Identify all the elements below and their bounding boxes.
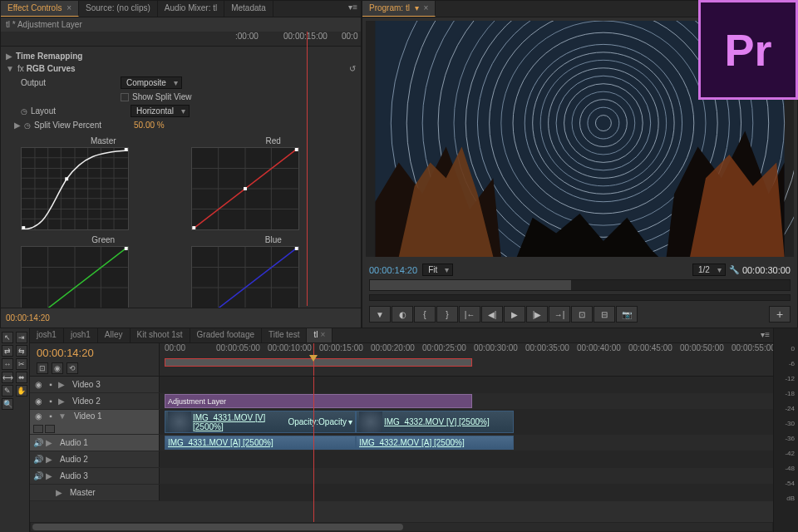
expand-icon[interactable]: ▶ xyxy=(14,121,21,130)
hand-tool[interactable]: ✋ xyxy=(16,385,27,397)
video-clip-2[interactable]: IMG_4332.MOV [V] [2500%] xyxy=(356,411,514,433)
expand-icon[interactable]: ▶ xyxy=(46,471,52,480)
ripple-edit-tool[interactable]: ⇄ xyxy=(2,345,13,357)
audio1-body[interactable]: IMG_4331.MOV [A] [2500%] IMG_4332.MOV [A… xyxy=(160,435,773,451)
timeline-playhead[interactable] xyxy=(313,343,314,376)
audio2-body[interactable] xyxy=(160,451,773,467)
zoom-tool[interactable]: 🔍 xyxy=(2,398,13,410)
lock-icon[interactable]: ▪ xyxy=(46,411,56,421)
rate-stretch-tool[interactable]: ↔ xyxy=(2,358,13,370)
expand-icon[interactable]: ▶ xyxy=(58,380,65,389)
zoom-thumb[interactable] xyxy=(32,524,403,530)
step-back-button[interactable]: ◀| xyxy=(481,306,503,323)
panel-menu-icon[interactable]: ▾≡ xyxy=(345,1,361,17)
program-scrubbar[interactable] xyxy=(369,279,791,291)
video3-head[interactable]: ◉▪ ▶ Video 3 xyxy=(30,377,160,392)
speaker-icon[interactable]: 🔊 xyxy=(33,471,43,480)
video2-body[interactable]: Adjustment Layer xyxy=(160,393,773,409)
param-value[interactable]: 50.00 % xyxy=(134,121,165,130)
expand-icon[interactable]: ▶ xyxy=(6,52,12,61)
rolling-edit-tool[interactable]: ⇆ xyxy=(16,345,27,357)
audio3-body[interactable] xyxy=(160,468,773,484)
expand-icon[interactable]: ▶ xyxy=(46,438,52,447)
effect-playhead[interactable] xyxy=(307,32,308,306)
goto-in-button[interactable]: |← xyxy=(459,306,480,323)
speaker-icon[interactable]: 🔊 xyxy=(33,455,43,464)
lift-button[interactable]: ⊡ xyxy=(571,306,593,323)
tab-audio-mixer[interactable]: Audio Mixer: tl xyxy=(158,1,224,17)
video1-head[interactable]: ◉▪ ▼ Video 1 xyxy=(30,410,160,434)
sequence-tab[interactable]: Kit shoot 1st xyxy=(131,328,190,342)
master-curve-canvas[interactable] xyxy=(21,147,129,230)
collapse-icon[interactable]: ▼ xyxy=(58,411,66,421)
timeline-ruler[interactable]: 00:0000:00:05:0000:00:10:0000:00:15:0000… xyxy=(160,343,773,376)
close-icon[interactable]: × xyxy=(66,3,71,12)
insert-button[interactable]: { xyxy=(414,306,436,323)
expand-icon[interactable]: ▶ xyxy=(56,488,62,497)
track-option-icon[interactable] xyxy=(33,425,43,433)
panel-menu-icon[interactable]: ▾≡ xyxy=(757,328,773,342)
selection-tool[interactable]: ↖ xyxy=(2,332,13,343)
lock-icon[interactable]: ▪ xyxy=(46,397,56,406)
snap-icon[interactable]: ⊡ xyxy=(37,362,48,374)
wrench-icon[interactable]: 🔧 xyxy=(729,265,739,274)
show-split-checkbox[interactable] xyxy=(121,93,129,101)
program-timecode[interactable]: 00:00:14:20 xyxy=(369,265,417,275)
track-option-icon[interactable] xyxy=(45,425,55,433)
fit-dropdown[interactable]: Fit xyxy=(422,264,453,276)
step-forward-button[interactable]: |▶ xyxy=(526,306,548,323)
timeline-timecode[interactable]: 00:00:14:20 xyxy=(37,347,152,359)
mark-out-button[interactable]: ◐ xyxy=(392,306,413,323)
collapse-icon[interactable]: ▼ xyxy=(6,64,14,73)
master-body[interactable] xyxy=(160,485,773,500)
audio1-head[interactable]: 🔊 ▶ Audio 1 xyxy=(30,435,160,451)
eye-icon[interactable]: ◉ xyxy=(33,380,43,389)
export-frame-button[interactable]: 📷 xyxy=(616,306,638,323)
program-zoombar[interactable] xyxy=(369,294,791,301)
mark-in-button[interactable]: ▼ xyxy=(369,306,391,323)
reset-icon[interactable]: ↺ xyxy=(349,64,356,73)
stopwatch-icon[interactable]: ◷ xyxy=(21,107,27,116)
effect-timecode[interactable]: 00:00:14:20 xyxy=(6,313,50,323)
pen-tool[interactable]: ✎ xyxy=(2,385,13,397)
video3-body[interactable] xyxy=(160,377,773,392)
master-head[interactable]: ▶ Master xyxy=(30,485,160,500)
adjustment-layer-clip[interactable]: Adjustment Layer xyxy=(165,394,472,408)
eye-icon[interactable]: ◉ xyxy=(33,397,43,406)
audio3-head[interactable]: 🔊 ▶ Audio 3 xyxy=(30,468,160,484)
eye-icon[interactable]: ◉ xyxy=(33,411,43,421)
work-area-bar[interactable] xyxy=(165,358,472,367)
close-icon[interactable]: × xyxy=(423,3,428,12)
show-split-row[interactable]: Show Split View xyxy=(6,91,356,103)
lock-icon[interactable]: ▪ xyxy=(46,380,56,389)
expand-icon[interactable]: ▶ xyxy=(58,397,65,406)
effect-mini-ruler[interactable]: :00:00 00:00:15:00 00:0 xyxy=(1,32,361,47)
track-select-tool[interactable]: ⇥ xyxy=(16,332,27,343)
audio-clip-2[interactable]: IMG_4332.MOV [A] [2500%] xyxy=(356,436,514,450)
timeline-zoom-bar[interactable] xyxy=(30,522,773,532)
tab-effect-controls[interactable]: Effect Controls × xyxy=(1,1,79,17)
layout-dropdown[interactable]: Horizontal xyxy=(131,105,190,117)
speaker-icon[interactable]: 🔊 xyxy=(33,438,43,447)
overwrite-button[interactable]: } xyxy=(436,306,458,323)
expand-icon[interactable]: ▶ xyxy=(46,455,52,464)
slip-tool[interactable]: ⟷ xyxy=(2,372,13,383)
sequence-tab[interactable]: Title test xyxy=(262,328,307,342)
video2-head[interactable]: ◉▪ ▶ Video 2 xyxy=(30,393,160,409)
video1-body[interactable]: IMG_4331.MOV [V] [2500%] Opacity:Opacity… xyxy=(160,410,773,434)
audio-clip-1[interactable]: IMG_4331.MOV [A] [2500%] xyxy=(165,436,356,450)
tab-program[interactable]: Program: tl ▾ × xyxy=(362,1,436,17)
button-editor-button[interactable]: + xyxy=(769,306,791,323)
time-remapping-row[interactable]: ▶ Time Remapping xyxy=(6,50,356,62)
blue-curve-canvas[interactable] xyxy=(191,246,299,308)
extract-button[interactable]: ⊟ xyxy=(594,306,615,323)
audio2-head[interactable]: 🔊 ▶ Audio 2 xyxy=(30,451,160,467)
sequence-tab[interactable]: Graded footage xyxy=(190,328,263,342)
sequence-tab[interactable]: tl× xyxy=(307,328,332,342)
goto-out-button[interactable]: →| xyxy=(549,306,570,323)
red-curve-canvas[interactable] xyxy=(191,147,299,230)
tab-source[interactable]: Source: (no clips) xyxy=(79,1,158,17)
razor-tool[interactable]: ✂ xyxy=(16,358,27,370)
sequence-tab[interactable]: Alley xyxy=(98,328,131,342)
sequence-tab[interactable]: josh1 xyxy=(64,328,98,342)
